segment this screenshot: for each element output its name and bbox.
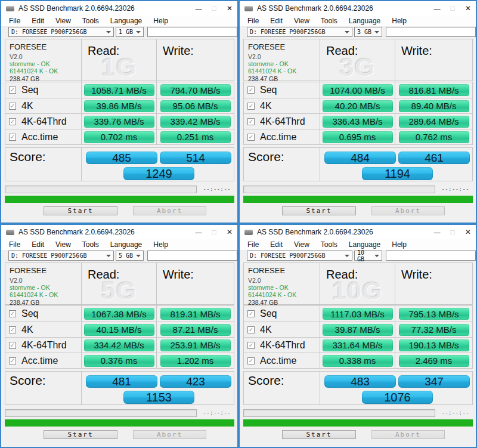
table-row-seq: ✓ Seq 1067.38 MB/s 819.31 MB/s [5, 306, 234, 322]
abort-button[interactable]: Abort [133, 430, 206, 439]
result-name-textbox[interactable] [386, 251, 476, 261]
drive-select[interactable]: D: FORESEE P900F256GB [247, 27, 352, 37]
4k64-write-cell: 289.64 MB/s [395, 114, 472, 129]
4k64-row-label-cell: ✓ 4K-64Thrd [5, 338, 82, 353]
menu-help[interactable]: Help [153, 240, 168, 249]
4k64-read-value: 336.43 MB/s [323, 116, 393, 128]
table-row-4k: ✓ 4K 39.86 MB/s 95.06 MB/s [5, 98, 234, 113]
abort-button[interactable]: Abort [371, 430, 445, 439]
drive-select[interactable]: D: FORESEE P900F256GB [8, 27, 114, 37]
4k64-write-cell: 253.91 MB/s [157, 338, 234, 353]
menu-edit[interactable]: Edit [32, 17, 44, 25]
menu-language[interactable]: Language [349, 240, 380, 249]
abort-button[interactable]: Abort [371, 206, 445, 215]
close-button[interactable]: ✕ [222, 225, 237, 239]
4k-checkbox[interactable]: ✓ [9, 326, 16, 333]
menu-edit[interactable]: Edit [270, 240, 283, 249]
maximize-button[interactable]: □ [206, 225, 222, 239]
write-label: Write: [399, 266, 472, 282]
menu-language[interactable]: Language [110, 240, 142, 249]
maximize-button[interactable]: □ [445, 225, 460, 239]
menu-language[interactable]: Language [110, 17, 142, 25]
start-button[interactable]: Start [282, 430, 356, 439]
start-button[interactable]: Start [44, 206, 117, 215]
menu-tools[interactable]: Tools [321, 17, 337, 25]
minimize-button[interactable]: — [429, 225, 445, 239]
4k-checkbox[interactable]: ✓ [247, 103, 255, 110]
drive-select-value: D: FORESEE P900F256GB [250, 252, 325, 259]
4k64-row-label-cell: ✓ 4K-64Thrd [5, 114, 82, 129]
4k-write-cell: 89.40 MB/s [395, 98, 472, 113]
minimize-button[interactable]: — [191, 1, 206, 16]
menu-view[interactable]: View [55, 240, 71, 249]
menu-view[interactable]: View [294, 17, 309, 25]
drive-info-panel: FORESEE V2.0 stornvme - OK 61441024 K - … [5, 39, 82, 82]
test-size-select[interactable]: 5 GB [116, 251, 144, 261]
menu-file[interactable]: File [247, 17, 259, 25]
acctime-write-value: 0.762 ms [399, 131, 469, 143]
minimize-button[interactable]: — [429, 1, 445, 16]
menu-language[interactable]: Language [349, 17, 380, 25]
overall-progress-bar [243, 196, 473, 203]
score-pills-area: 483 347 1076 [320, 372, 472, 404]
menu-file[interactable]: File [247, 240, 259, 249]
4k64-checkbox[interactable]: ✓ [247, 118, 255, 125]
menu-file[interactable]: File [9, 240, 20, 249]
menu-file[interactable]: File [9, 17, 20, 25]
total-score-badge: 1194 [362, 167, 433, 180]
score-label: Score: [5, 372, 82, 404]
maximize-button[interactable]: □ [206, 1, 222, 16]
menu-help[interactable]: Help [392, 240, 407, 249]
abort-button[interactable]: Abort [133, 206, 206, 215]
result-name-textbox[interactable] [386, 27, 476, 37]
drive-vendor: FORESEE [10, 42, 81, 51]
4k64-read-cell: 336.43 MB/s [320, 114, 395, 129]
menu-help[interactable]: Help [153, 17, 168, 25]
test-size-select[interactable]: 3 GB [354, 27, 382, 37]
results-table: ✓ Seq 1074.00 MB/s 816.81 MB/s ✓ 4K 40.2… [243, 82, 473, 145]
drive-select[interactable]: D: FORESEE P900F256GB [247, 251, 352, 261]
4k-row-label-cell: ✓ 4K [5, 98, 82, 113]
result-name-textbox[interactable] [147, 27, 237, 37]
4k64-checkbox[interactable]: ✓ [9, 118, 16, 125]
menu-edit[interactable]: Edit [270, 17, 283, 25]
maximize-button[interactable]: □ [445, 1, 460, 16]
menu-tools[interactable]: Tools [82, 17, 99, 25]
menu-tools[interactable]: Tools [321, 240, 337, 249]
4k-checkbox[interactable]: ✓ [9, 103, 16, 110]
seq-checkbox[interactable]: ✓ [9, 86, 16, 94]
test-size-select[interactable]: 10 GB [354, 251, 382, 261]
windows-grid: AS SSD Benchmark 2.0.6694.23026 — □ ✕ Fi… [0, 0, 477, 448]
acctime-checkbox[interactable]: ✓ [247, 357, 255, 364]
write-score-badge: 461 [398, 152, 470, 164]
acctime-checkbox[interactable]: ✓ [247, 134, 255, 141]
test-size-select[interactable]: 1 GB [116, 27, 144, 37]
read-column-header-cell: Read: 1G [82, 39, 157, 82]
minimize-button[interactable]: — [191, 225, 206, 239]
seq-checkbox[interactable]: ✓ [247, 86, 255, 94]
start-button[interactable]: Start [282, 206, 356, 215]
menu-edit[interactable]: Edit [32, 240, 44, 249]
4k-checkbox[interactable]: ✓ [247, 326, 255, 333]
close-button[interactable]: ✕ [460, 225, 476, 239]
close-button[interactable]: ✕ [222, 1, 237, 16]
menu-help[interactable]: Help [392, 17, 407, 25]
4k64-checkbox[interactable]: ✓ [9, 342, 16, 349]
title-bar: AS SSD Benchmark 2.0.6694.23026 — □ ✕ [1, 225, 237, 239]
result-name-textbox[interactable] [147, 251, 237, 261]
menu-tools[interactable]: Tools [82, 240, 99, 249]
drive-select[interactable]: D: FORESEE P900F256GB [8, 251, 114, 261]
app-drive-icon [6, 6, 14, 11]
4k64-checkbox[interactable]: ✓ [247, 342, 255, 349]
seq-checkbox[interactable]: ✓ [247, 310, 255, 317]
menu-view[interactable]: View [55, 17, 71, 25]
4k-read-value: 39.86 MB/s [84, 100, 154, 112]
start-button[interactable]: Start [44, 430, 117, 439]
acctime-checkbox[interactable]: ✓ [9, 134, 16, 141]
acctime-checkbox[interactable]: ✓ [9, 357, 16, 364]
seq-label: Seq [260, 308, 277, 319]
close-button[interactable]: ✕ [460, 1, 476, 16]
4k64-row-label-cell: ✓ 4K-64Thrd [244, 114, 320, 129]
seq-checkbox[interactable]: ✓ [9, 310, 16, 317]
menu-view[interactable]: View [294, 240, 309, 249]
